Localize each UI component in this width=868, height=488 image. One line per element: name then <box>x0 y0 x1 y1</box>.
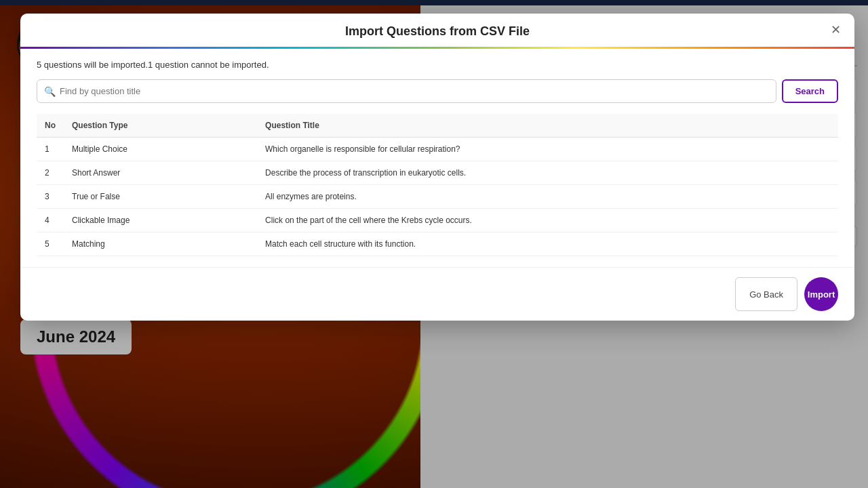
row-title: Click on the part of the cell where the … <box>257 209 838 232</box>
row-no: 4 <box>37 209 64 232</box>
row-no: 2 <box>37 161 64 185</box>
row-type: Matching <box>64 232 257 256</box>
table-header: No Question Type Question Title <box>37 114 838 138</box>
questions-table: No Question Type Question Title 1 Multip… <box>37 114 838 256</box>
modal-divider <box>20 47 854 49</box>
table-row[interactable]: 2 Short Answer Describe the process of t… <box>37 161 838 185</box>
row-title: All enzymes are proteins. <box>257 185 838 209</box>
search-icon: 🔍 <box>44 86 56 97</box>
row-no: 3 <box>37 185 64 209</box>
row-type: Clickable Image <box>64 209 257 232</box>
row-title: Describe the process of transcription in… <box>257 161 838 185</box>
table-row[interactable]: 5 Matching Match each cell structure wit… <box>37 232 838 256</box>
row-title: Match each cell structure with its funct… <box>257 232 838 256</box>
modal-close-button[interactable]: ✕ <box>827 22 844 38</box>
modal-footer: Go Back Import <box>20 267 854 321</box>
row-type: Short Answer <box>64 161 257 185</box>
row-type: True or False <box>64 185 257 209</box>
search-input[interactable] <box>60 81 769 102</box>
col-no: No <box>37 114 64 138</box>
table-row[interactable]: 1 Multiple Choice Which organelle is res… <box>37 138 838 161</box>
row-no: 5 <box>37 232 64 256</box>
search-button[interactable]: Search <box>782 79 838 103</box>
col-title: Question Title <box>257 114 838 138</box>
import-notice: 5 questions will be imported.1 question … <box>37 60 838 70</box>
modal-body: 5 questions will be imported.1 question … <box>20 49 854 267</box>
go-back-button[interactable]: Go Back <box>735 277 797 311</box>
modal-header: Import Questions from CSV File ✕ <box>20 14 854 49</box>
table-row[interactable]: 4 Clickable Image Click on the part of t… <box>37 209 838 232</box>
table-body: 1 Multiple Choice Which organelle is res… <box>37 138 838 256</box>
modal-title: Import Questions from CSV File <box>37 24 838 47</box>
search-bar: 🔍 Search <box>37 79 838 103</box>
import-button-label: Import <box>808 289 835 300</box>
import-modal: Import Questions from CSV File ✕ 5 quest… <box>20 14 854 321</box>
col-type: Question Type <box>64 114 257 138</box>
row-no: 1 <box>37 138 64 161</box>
import-button[interactable]: Import <box>804 277 838 311</box>
search-input-wrapper: 🔍 <box>37 79 776 103</box>
row-title: Which organelle is responsible for cellu… <box>257 138 838 161</box>
table-row[interactable]: 3 True or False All enzymes are proteins… <box>37 185 838 209</box>
row-type: Multiple Choice <box>64 138 257 161</box>
